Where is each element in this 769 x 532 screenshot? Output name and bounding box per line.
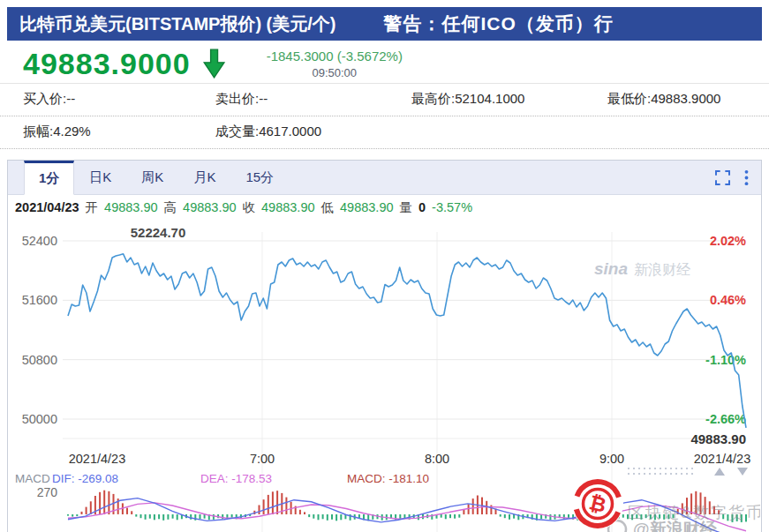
y-axis-label: 51600	[22, 293, 57, 307]
macd-histogram-bar	[268, 495, 269, 514]
chart-scrollbar[interactable]	[626, 466, 697, 476]
tab-label: 周K	[141, 169, 163, 186]
stat-amplitude: 振幅:4.29%	[23, 124, 215, 140]
macd-histogram-bar	[458, 514, 460, 518]
macd-histogram-bar	[445, 514, 447, 519]
macd-histogram-bar	[500, 514, 501, 517]
y-axis-label: 50800	[22, 353, 57, 367]
price-line-series	[68, 254, 746, 428]
warning-ticker: 警告：任何ICO（发币）行	[384, 11, 614, 36]
ohlc-close-value: 49883.90	[261, 200, 314, 214]
macd-histogram-bar	[158, 514, 160, 519]
macd-histogram-bar	[231, 514, 233, 518]
macd-histogram-bar	[403, 514, 405, 518]
right-axis-pct-label: 2.02%	[710, 234, 746, 248]
macd-histogram-bar	[162, 514, 164, 521]
macd-histogram-bar	[67, 514, 69, 516]
y-axis-label: 50000	[22, 412, 57, 426]
quote-stats-row-1: 买入价:-- 卖出价:-- 最高价:52104.1000 最低价:49883.9…	[0, 84, 769, 116]
tab-15min[interactable]: 15分	[230, 161, 289, 194]
macd-histogram-bar	[90, 501, 92, 514]
last-price: 49883.9000	[23, 46, 191, 81]
tab-1min[interactable]: 1分	[24, 161, 74, 195]
tab-monthly[interactable]: 月K	[178, 161, 230, 194]
macd-histogram-bar	[222, 514, 223, 519]
right-axis-pct-label: -1.10%	[705, 353, 746, 367]
sina-watermark: sina新浪财经	[594, 259, 690, 278]
stat-label: 买入价:	[23, 91, 66, 106]
macd-dif-value: DIF: -269.08	[52, 472, 118, 485]
ohlc-change-pct: -3.57%	[432, 200, 472, 214]
macd-histogram-bar	[327, 514, 328, 521]
macd-value: MACD: -181.10	[347, 472, 429, 485]
macd-histogram-bar	[313, 514, 314, 519]
macd-histogram-bar	[103, 491, 105, 514]
macd-axis-label: 270	[37, 485, 58, 499]
x-axis-label: 9:00	[599, 452, 624, 466]
bitcoin-watermark-logo: ₿	[571, 477, 624, 530]
macd-histogram-bar	[177, 514, 178, 520]
macd-histogram-bar	[454, 514, 456, 519]
stat-value: --	[259, 91, 268, 106]
ohlc-open-label: 开	[86, 199, 99, 216]
stat-label: 最高价:	[411, 91, 455, 106]
macd-histogram-bar	[331, 514, 333, 520]
ohlc-volume-label: 量	[400, 199, 413, 216]
macd-dea-value: DEA: -178.53	[200, 472, 272, 485]
stat-volume: 成交量:4617.0000	[215, 124, 411, 140]
price-down-arrow-icon	[201, 49, 226, 79]
stat-high: 最高价:52104.1000	[411, 91, 607, 108]
stat-label: 成交量:	[215, 124, 259, 139]
macd-histogram-bar	[513, 514, 515, 519]
macd-histogram-bar	[145, 514, 147, 520]
macd-histogram-bar	[131, 511, 132, 514]
macd-histogram-bar	[81, 512, 83, 514]
watermark-handle: @新浪财经	[633, 520, 718, 532]
macd-histogram-bar	[463, 510, 464, 514]
macd-histogram-bar	[213, 514, 215, 520]
macd-histogram-bar	[322, 514, 324, 519]
more-menu-icon[interactable]	[744, 169, 749, 186]
macd-histogram-bar	[276, 491, 278, 514]
stat-value: --	[66, 91, 75, 106]
stat-label: 最低价:	[607, 91, 651, 106]
macd-histogram-bar	[99, 492, 101, 514]
macd-histogram-bar	[190, 514, 192, 520]
macd-histogram-bar	[108, 491, 109, 514]
macd-histogram-bar	[263, 499, 265, 514]
title-bar: 比特币兑美元(BITSTAMP报价) (美元/个) 警告：任何ICO（发币）行	[7, 7, 762, 41]
macd-histogram-bar	[135, 514, 137, 517]
quote-stats-row-2: 振幅:4.29% 成交量:4617.0000	[0, 116, 769, 149]
tab-label: 月K	[193, 169, 215, 186]
macd-histogram-bar	[335, 514, 337, 521]
macd-histogram-bar	[299, 510, 301, 514]
chart-arrow-up-button[interactable]	[714, 468, 725, 476]
macd-histogram-bar	[72, 514, 73, 517]
macd-histogram-bar	[259, 506, 260, 515]
tab-daily[interactable]: 日K	[74, 161, 126, 194]
macd-histogram-bar	[318, 514, 320, 520]
timeframe-tabbar: 1分 日K 周K 月K 15分	[8, 161, 761, 195]
macd-histogram-bar	[340, 514, 342, 520]
macd-histogram-bar	[308, 514, 310, 517]
chart-area: 524002.02%516000.46%50800-1.10%50000-2.6…	[8, 220, 760, 532]
macd-histogram-bar	[149, 514, 151, 519]
tab-weekly[interactable]: 周K	[126, 161, 178, 194]
price-chart-svg: 524002.02%516000.46%50800-1.10%50000-2.6…	[8, 220, 760, 532]
stat-value: 49883.9000	[651, 91, 720, 106]
chart-arrow-down-button[interactable]	[737, 468, 748, 476]
ohlc-low-label: 低	[321, 199, 335, 216]
stat-ask: 卖出价:--	[215, 91, 411, 108]
macd-histogram-bar	[304, 512, 305, 514]
macd-histogram-bar	[509, 514, 510, 520]
macd-histogram-bar	[167, 514, 169, 520]
chart-card: 1分 日K 周K 月K 15分 2021/04/23 开 49883.90 高	[7, 160, 762, 532]
macd-histogram-bar	[200, 514, 201, 519]
fullscreen-icon[interactable]	[715, 170, 730, 185]
macd-histogram-bar	[441, 514, 442, 518]
stat-bid: 买入价:--	[23, 91, 215, 108]
x-axis-label: 2021/4/23	[694, 452, 751, 466]
macd-histogram-bar	[172, 514, 174, 519]
macd-histogram-bar	[549, 514, 551, 520]
macd-histogram-bar	[504, 514, 506, 518]
